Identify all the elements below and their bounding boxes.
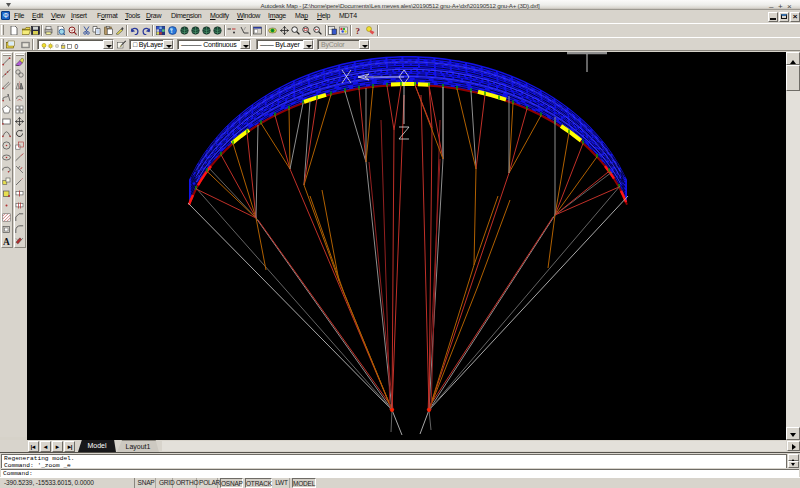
svg-text:?: ?: [356, 26, 361, 35]
svg-text:0: 0: [75, 43, 79, 50]
svg-text:A: A: [3, 237, 10, 246]
